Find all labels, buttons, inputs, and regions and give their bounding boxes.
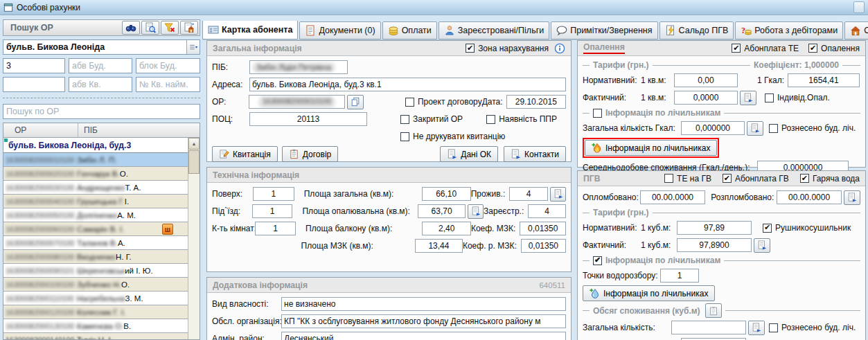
edit-heated-area-button[interactable] [468, 204, 484, 219]
tab-kartka-abonenta[interactable]: Картка абонента [202, 21, 298, 39]
ppr-checkbox[interactable]: Наявність ППР [486, 114, 557, 124]
or-field[interactable]: 16300082000010100 [249, 95, 345, 109]
tab-zareestrovani-pilhy[interactable]: Зареєстровані/Пільги [439, 21, 549, 39]
account-row[interactable]: 16300082000020100Гончарук В. О. [3, 167, 188, 181]
apartment-number-input[interactable] [3, 77, 65, 92]
tab-saldo-pgv[interactable]: Сальдо ПГВ [659, 21, 734, 39]
total-area-field[interactable]: 66,10 [422, 187, 471, 201]
rooms-field[interactable]: 1 [255, 222, 296, 235]
heated-area-field[interactable]: 63,70 [418, 204, 466, 218]
service-org-field[interactable]: КП "КК з осблуговування житлового фонду … [281, 314, 566, 328]
volume-report-button[interactable] [705, 303, 722, 318]
contract-button[interactable]: Договір [282, 146, 338, 162]
account-row[interactable]: 16300082000040100Грушецька Г. І. [3, 195, 188, 208]
sealed-field[interactable]: 00.00.0000 [640, 190, 706, 204]
tab-dokumenty[interactable]: Документи (0) [299, 21, 380, 39]
building-block-input[interactable]: блок Буд. [136, 58, 200, 73]
pgv-meters-checkbox[interactable]: Інформація по лічильникам [593, 256, 720, 265]
info-icon[interactable] [554, 43, 565, 54]
unsealed-field[interactable]: 00.00.0000 [777, 190, 842, 204]
poc-field[interactable]: 20113 [249, 112, 367, 126]
water-points-field[interactable]: 1 [660, 269, 699, 283]
copy-or-button[interactable] [347, 95, 364, 109]
volume-total-field[interactable] [671, 321, 746, 334]
normative-tariff-field[interactable]: 0,00 [674, 73, 738, 87]
go-address-button[interactable] [180, 21, 198, 35]
tab-oplaty[interactable]: Оплати [382, 21, 437, 39]
account-row[interactable]: 16300082000080100Вкодченко Н. Г. [3, 250, 188, 264]
account-row[interactable]: 16300082000010100Зибін Л. П. [3, 153, 188, 167]
street-input[interactable]: бульв. Бикова Леоніда [3, 39, 200, 55]
list-scrollbar[interactable]: ▲ [188, 138, 200, 339]
individual-heating-checkbox[interactable]: Індивід.Опал. [765, 93, 830, 102]
account-row[interactable]: 16300082000050100Долгіненко А. М. [3, 208, 188, 222]
tab-prymitky-zvernennya[interactable]: Примітки/Звернення [551, 21, 657, 39]
te-subscription-checkbox[interactable]: Абонплата ТЕ [732, 44, 799, 53]
contacts-button[interactable]: Контакти [504, 146, 566, 162]
gv-subscription-checkbox[interactable]: Абонплата ГВ [723, 174, 789, 184]
clear-filter-button[interactable] [161, 21, 179, 35]
account-row[interactable]: 16300082000090101Шеренговський І. Ю. [3, 264, 188, 278]
date-field[interactable]: 29.10.2015 [506, 95, 566, 109]
heating-meters-checkbox[interactable]: Інформація по лічильникам [593, 108, 720, 118]
column-header-pib[interactable]: ПІБ [78, 123, 200, 138]
heating-spread-checkbox[interactable]: Рознесено буд. ліч. [769, 123, 856, 133]
tab-robota-z-debitoramy[interactable]: Робота з дебіторами [735, 21, 843, 39]
admin-district-field[interactable]: Деснянський [281, 332, 566, 340]
te-on-gv-checkbox[interactable]: ТЕ на ГВ [664, 174, 711, 184]
mzk-r-coef-field[interactable]: 0,01350 [521, 239, 566, 253]
account-row[interactable]: 16300082000140100Тумік Н. І. [3, 333, 188, 339]
ok-data-button[interactable]: Дані ОК [440, 146, 498, 162]
mzk-area-field[interactable]: 13,44 [415, 239, 463, 253]
group-row[interactable]: бульв. Бикова Леоніда, буд.3 [3, 138, 188, 153]
mzk-coef-field[interactable]: 0,01350 [520, 222, 566, 235]
pgv-normative-field[interactable]: 97,89 [677, 221, 752, 235]
pgv-spread-checkbox[interactable]: Рознесено буд. ліч. [769, 323, 856, 332]
scroll-thumb[interactable] [188, 150, 200, 174]
window-control-button[interactable] [853, 1, 865, 13]
pib-field[interactable]: Зибін Лідія Петрівна [249, 60, 348, 74]
apartment-name-input[interactable]: № Кв. найм. [136, 77, 200, 92]
pgv-meters-info-button[interactable]: Інформація по лічильниках [583, 285, 715, 301]
edit-seal-button[interactable] [844, 190, 860, 205]
edit-gcal-total-button[interactable] [747, 121, 763, 136]
entrance-field[interactable]: 1 [252, 204, 292, 218]
account-row[interactable]: 16300082000100100Зубченко Н. О. [3, 278, 188, 292]
heating-checkbox[interactable]: Опалення [808, 44, 860, 53]
scroll-up-button[interactable]: ▲ [188, 138, 200, 150]
towel-dryer-checkbox[interactable]: Рушникосушильник [763, 223, 851, 233]
pgv-actual-field[interactable]: 97,8900 [677, 238, 752, 252]
column-header-or[interactable]: ОР [3, 123, 78, 138]
apartment-letter-input[interactable]: абв Кв. [69, 77, 132, 92]
account-row[interactable]: 16300082000120100Колесник Г. І. [3, 305, 188, 319]
hot-water-checkbox[interactable]: Гаряча вода [800, 174, 860, 184]
actual-tariff-field[interactable]: 0,0000 [674, 91, 738, 105]
zone-checkbox[interactable]: Зона нарахування [466, 44, 549, 53]
account-row[interactable]: 16300082000060100Самарін В. І.ш [3, 222, 188, 236]
account-row[interactable]: 16300082000070100Таланов В. А. [3, 236, 188, 250]
account-row[interactable]: 16300082000110100Нагребельна З. М. [3, 292, 188, 305]
ownership-field[interactable]: не визначено [281, 297, 566, 311]
find-button[interactable] [122, 21, 140, 35]
balcony-area-field[interactable]: 2,40 [422, 222, 470, 235]
project-contract-checkbox[interactable]: Проект договору [405, 97, 482, 107]
building-letter-input[interactable]: абв Буд. [69, 58, 132, 73]
account-row[interactable]: 16300082000030100Андрющенко Т. А. [3, 181, 188, 195]
tab-obyekt-obliku[interactable]: Об'єкт обл [844, 21, 868, 39]
edit-pgv-actual-button[interactable] [754, 238, 770, 253]
receipt-button[interactable]: Квитанція [212, 146, 278, 162]
street-dropdown-button[interactable] [186, 40, 200, 54]
residents-field[interactable]: 4 [509, 187, 548, 201]
building-number-input[interactable]: 3 [3, 58, 65, 73]
heating-meters-info-button[interactable]: Інформація по лічильниках [585, 140, 717, 156]
gcal-total-field[interactable]: 0,000000 [681, 121, 745, 135]
noprint-checkbox[interactable]: Не друкувати квитанцію [400, 132, 505, 141]
address-field[interactable]: бульв. Бикова Леоніда, буд.3 кв.1 [249, 78, 566, 91]
search-or-input[interactable]: Пошук по ОР [3, 104, 200, 119]
gcal-tariff-field[interactable]: 1654,41 [788, 73, 860, 87]
closed-or-checkbox[interactable]: Закритий ОР [400, 114, 463, 124]
floor-field[interactable]: 1 [253, 187, 294, 201]
registered-field[interactable]: 4 [528, 204, 566, 218]
edit-residents-button[interactable] [550, 187, 566, 202]
edit-actual-tariff-button[interactable] [740, 91, 756, 105]
